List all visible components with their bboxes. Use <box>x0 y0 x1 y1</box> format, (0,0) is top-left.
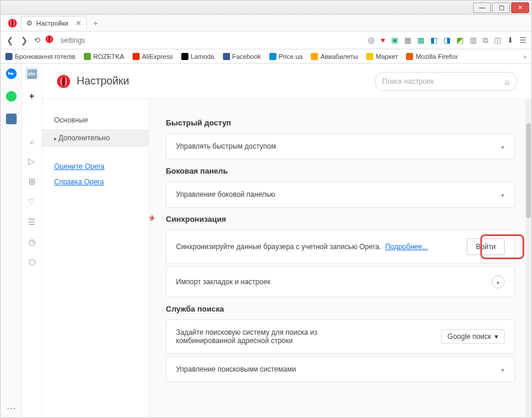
settings-body: Основные Дополнительно Оцените Opera Спр… <box>42 99 531 418</box>
section-title-search: Служба поиска <box>166 304 515 313</box>
opera-icon <box>45 35 53 46</box>
opera-icon <box>8 18 17 28</box>
section-title-sidebar: Боковая панель <box>166 166 515 175</box>
heart-icon[interactable]: ♡ <box>28 197 36 206</box>
chevron-down-icon: ▾ <box>495 332 498 341</box>
gear-icon: ⚙ <box>26 19 33 27</box>
ext-icon[interactable]: ◩ <box>457 36 464 45</box>
address-bar[interactable]: settings <box>58 36 363 45</box>
news-icon[interactable]: ☰ <box>28 217 36 227</box>
opera-icon <box>56 74 71 89</box>
box-icon[interactable]: ⬡ <box>29 257 36 267</box>
opera-menu-button[interactable] <box>4 15 21 32</box>
apps-icon[interactable]: ⊞ <box>29 177 36 186</box>
bookmark-item[interactable]: Lamoda <box>181 53 215 60</box>
add-panel-icon[interactable]: + <box>29 91 34 102</box>
page-title: Настройки <box>77 75 129 87</box>
ext-icon[interactable]: ▥ <box>470 36 477 45</box>
bookmark-item[interactable]: Mozilla Firefox <box>406 53 458 60</box>
section-title-sync: Синхронизация <box>166 215 515 224</box>
history-icon[interactable]: ◷ <box>29 237 36 247</box>
ext-icon[interactable]: ▩ <box>417 36 424 45</box>
row-manage-quick-access[interactable]: Управлять быстрым доступом ▸ <box>166 133 515 159</box>
search-placeholder: Поиск настроек <box>382 77 434 86</box>
bookmark-item[interactable]: AliExpress <box>133 53 173 60</box>
svg-point-2 <box>11 20 14 27</box>
reload-button[interactable]: ⟲ <box>34 36 40 45</box>
forward-button[interactable]: ❯ <box>20 36 29 45</box>
messenger-icon[interactable] <box>6 68 17 79</box>
chevron-right-icon: ▸ <box>502 366 505 373</box>
nav-advanced[interactable]: Дополнительно <box>42 129 149 147</box>
bookmarks-bar: Бронювання готелів ROZETKA AliExpress La… <box>1 49 531 64</box>
ext-icon[interactable]: ◨ <box>443 36 451 45</box>
nav-rate-link[interactable]: Оцените Opera <box>42 159 149 174</box>
search-icon: ⌕ <box>505 77 509 86</box>
ext-icon[interactable]: ⧉ <box>483 36 488 45</box>
tab-bar: ⚙ Настройки ✕ + <box>1 15 531 32</box>
section-title-quick-access: Быстрый доступ <box>166 118 515 127</box>
bookmark-item[interactable]: ROZETKA <box>84 53 124 60</box>
vk-icon[interactable] <box>6 114 17 124</box>
learn-more-link[interactable]: Подробнее... <box>385 243 428 251</box>
bookmark-item[interactable]: Авиабилеты <box>311 53 358 60</box>
settings-header: Настройки Поиск настроек ⌕ <box>42 64 531 99</box>
settings-panel: Быстрый доступ Управлять быстрым доступо… <box>149 99 531 418</box>
settings-search-input[interactable]: Поиск настроек ⌕ <box>374 72 517 91</box>
chevron-right-icon: ▸ <box>502 191 505 198</box>
search-icon[interactable]: ⌕ <box>30 136 34 146</box>
camera-icon[interactable]: ◎ <box>368 36 374 45</box>
svg-point-5 <box>48 36 51 42</box>
row-manage-sidebar[interactable]: Управление боковой панелью ▸ <box>166 181 515 208</box>
ext-icon[interactable]: ◧ <box>430 36 437 45</box>
annotation-arrow: ➸ <box>149 201 159 231</box>
nav-basic[interactable]: Основные <box>42 111 149 129</box>
row-sync: Синхронизируйте данные браузера с учетно… <box>166 230 515 264</box>
main-area: ⋯ 🔤 + ⌕ ▷ ⊞ ♡ ☰ ◷ ⬡ Настройки Поиск наст… <box>1 64 531 418</box>
save-icon[interactable]: ▣ <box>391 36 398 45</box>
new-tab-button[interactable]: + <box>89 17 102 30</box>
heart-icon[interactable]: ♥ <box>380 36 385 45</box>
bookmark-item[interactable]: Бронювання готелів <box>5 53 75 60</box>
ext-icon[interactable]: ◫ <box>494 36 501 45</box>
search-engine-select[interactable]: Google поиск ▾ <box>441 329 505 344</box>
inner-sidebar: 🔤 + ⌕ ▷ ⊞ ♡ ☰ ◷ ⬡ <box>22 64 42 418</box>
close-button[interactable]: ✕ <box>511 2 529 13</box>
bookmark-item[interactable]: Facebook <box>223 53 261 60</box>
tab-close-icon[interactable]: ✕ <box>75 19 81 27</box>
translate-icon[interactable]: 🔤 <box>25 67 39 80</box>
row-manage-search-engines[interactable]: Управление поисковыми системами ▸ <box>166 356 515 382</box>
browser-sidebar: ⋯ <box>1 64 22 418</box>
bookmark-item[interactable]: Price.ua <box>269 53 303 60</box>
svg-point-8 <box>62 76 66 87</box>
nav-help-link[interactable]: Справка Opera <box>42 174 149 190</box>
row-search-engine: Задайте поисковую систему для поиска из … <box>166 319 515 354</box>
chevron-right-icon: ▸ <box>502 143 505 150</box>
send-icon[interactable]: ▷ <box>29 156 35 166</box>
minimize-button[interactable]: — <box>473 2 491 13</box>
scrollbar[interactable] <box>525 99 531 418</box>
bookmark-item[interactable]: Маркет <box>366 53 398 60</box>
toolbar-icons: ◎ ♥ ▣ ▦ ▩ ◧ ◨ ◩ ▥ ⧉ ◫ ⬇ ☰ <box>368 36 527 45</box>
row-import-bookmarks[interactable]: Импорт закладок и настроек ▸ <box>166 266 515 297</box>
maximize-button[interactable]: ▢ <box>492 2 510 13</box>
back-button[interactable]: ❮ <box>5 36 15 45</box>
download-icon[interactable]: ⬇ <box>507 36 514 45</box>
login-button[interactable]: Войти <box>467 238 505 255</box>
main-toolbar: ❮ ❯ ⟲ settings ◎ ♥ ▣ ▦ ▩ ◧ ◨ ◩ ▥ ⧉ ◫ ⬇ ☰ <box>1 32 531 49</box>
scroll-thumb[interactable] <box>526 123 531 218</box>
browser-tab-settings[interactable]: ⚙ Настройки ✕ <box>21 16 87 30</box>
settings-nav: Основные Дополнительно Оцените Opera Спр… <box>42 99 149 418</box>
chevron-right-icon: ▸ <box>492 275 505 288</box>
sidebar-settings-icon[interactable]: ⋯ <box>7 403 16 414</box>
sidebar-toggle-icon[interactable]: ☰ <box>520 36 527 45</box>
whatsapp-icon[interactable] <box>6 91 17 102</box>
ext-icon[interactable]: ▦ <box>404 36 411 45</box>
bookmarks-overflow-icon[interactable]: » <box>523 53 527 60</box>
tab-title: Настройки <box>36 20 68 27</box>
window-titlebar: — ▢ ✕ <box>1 1 531 15</box>
settings-page: Настройки Поиск настроек ⌕ Основные Допо… <box>42 64 531 418</box>
